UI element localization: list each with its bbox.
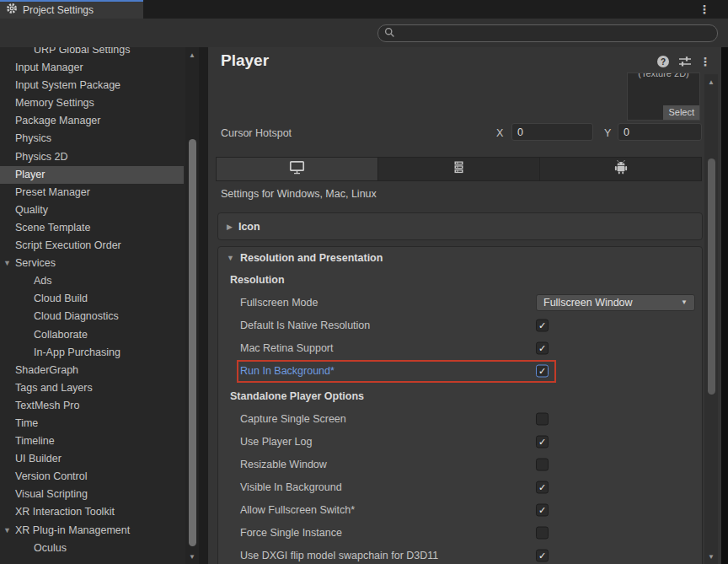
sidebar-item-label: Cloud Build xyxy=(34,293,88,304)
use-player-log-checkbox[interactable]: ✓ xyxy=(536,435,549,448)
sidebar-item-label: Player xyxy=(15,169,45,180)
sidebar-item-time[interactable]: Time xyxy=(0,415,185,432)
force-single-instance-checkbox[interactable] xyxy=(536,526,549,539)
use-dxgi-flip-model-swapchain-checkbox[interactable]: ✓ xyxy=(536,549,549,561)
sidebar-item-physics-2d[interactable]: Physics 2D xyxy=(0,148,185,166)
tab-android[interactable] xyxy=(540,158,701,180)
sidebar-item-ads[interactable]: Ads xyxy=(0,272,185,290)
sidebar-scrollbar-thumb[interactable] xyxy=(189,139,196,546)
panel-menu-kebab-icon[interactable]: ⋮ xyxy=(698,55,713,68)
sidebar-item-textmesh-pro[interactable]: TextMesh Pro xyxy=(0,397,185,415)
sidebar-item-preset-manager[interactable]: Preset Manager xyxy=(0,184,185,201)
kebab-glyph: ⋮ xyxy=(699,55,711,68)
search-input[interactable] xyxy=(399,28,703,40)
sidebar-item-label: Script Execution Order xyxy=(15,239,121,251)
scroll-down-icon[interactable]: ▼ xyxy=(704,551,718,562)
sidebar-item-input-manager[interactable]: Input Manager xyxy=(0,59,185,77)
sidebar-item-timeline[interactable]: Timeline xyxy=(0,432,185,450)
sidebar-item-label: Services xyxy=(15,257,56,269)
sidebar-item-script-execution-order[interactable]: Script Execution Order xyxy=(0,237,185,255)
foldout-open-icon[interactable]: ▼ xyxy=(227,254,234,262)
sidebar-item-label: Package Manager xyxy=(15,115,100,126)
sidebar-item-player[interactable]: Player xyxy=(0,166,184,184)
setting-label: Use Player Log xyxy=(240,436,312,448)
sidebar-item-collaborate[interactable]: Collaborate xyxy=(0,326,185,344)
chevron-down-icon: ▼ xyxy=(681,298,688,306)
mac-retina-support-checkbox[interactable]: ✓ xyxy=(536,341,549,354)
sidebar-item-label: Tags and Layers xyxy=(15,382,93,394)
content-scrollbar-thumb[interactable] xyxy=(708,158,715,395)
foldout-closed-icon[interactable]: ▶ xyxy=(227,223,233,231)
allow-fullscreen-switch-checkbox[interactable]: ✓ xyxy=(536,503,549,516)
sidebar-scrollbar[interactable]: ▲ ▼ xyxy=(185,47,199,564)
scroll-up-icon[interactable]: ▲ xyxy=(185,49,199,61)
sidebar-item-label: Timeline xyxy=(15,435,55,447)
scroll-down-icon[interactable]: ▼ xyxy=(185,551,199,562)
sidebar-item-tags-and-layers[interactable]: Tags and Layers xyxy=(0,379,185,397)
visible-in-background-checkbox[interactable]: ✓ xyxy=(536,481,549,493)
sidebar-item-quality[interactable]: Quality xyxy=(0,201,185,219)
y-axis-label: Y xyxy=(604,125,611,142)
cursor-hotspot-label: Cursor Hotspot xyxy=(221,125,292,142)
hotspot-x-input[interactable] xyxy=(511,123,593,141)
foldout-open-icon[interactable]: ▼ xyxy=(3,522,11,540)
sidebar-item-label: Time xyxy=(15,417,38,429)
help-icon[interactable]: ? xyxy=(656,55,671,68)
sidebar-item-package-manager[interactable]: Package Manager xyxy=(0,112,185,130)
select-texture-button[interactable]: Select xyxy=(663,105,699,120)
setting-label: Force Single Instance xyxy=(240,527,342,539)
sidebar-item-memory-settings[interactable]: Memory Settings xyxy=(0,94,185,112)
sidebar-item-label: UI Builder xyxy=(15,453,62,465)
gear-icon xyxy=(6,3,18,18)
sidebar-item-version-control[interactable]: Version Control xyxy=(0,468,185,486)
capture-single-screen-checkbox[interactable] xyxy=(536,412,549,425)
use-dxgi-flip-model-swapchain-row: Use DXGI flip model swapchain for D3D11 … xyxy=(218,544,702,564)
tab-dedicated-server[interactable] xyxy=(378,158,540,180)
page-title: Player xyxy=(221,51,269,70)
settings-for-label: Settings for Windows, Mac, Linux xyxy=(221,184,377,204)
cursor-texture-preview[interactable]: (Texture 2D) Select xyxy=(627,73,700,121)
check-icon: ✓ xyxy=(538,504,546,515)
icon-section-title: Icon xyxy=(238,221,260,233)
default-is-native-resolution-checkbox[interactable]: ✓ xyxy=(536,319,549,331)
scroll-up-icon[interactable]: ▲ xyxy=(704,76,718,88)
sidebar-item-oculus[interactable]: Oculus xyxy=(0,540,185,557)
fullscreen-mode-row: Fullscreen Mode Fullscreen Window ▼ xyxy=(218,291,702,314)
sidebar-item-urp-global-settings[interactable]: URP Global Settings xyxy=(0,47,185,59)
sidebar-item-label: ShaderGraph xyxy=(15,364,78,376)
sidebar-item-visual-scripting[interactable]: Visual Scripting xyxy=(0,486,185,503)
sidebar-item-services[interactable]: ▼Services xyxy=(0,255,185,272)
search-box[interactable] xyxy=(377,24,718,42)
icon-section[interactable]: ▶ Icon xyxy=(217,212,703,240)
sidebar-item-physics[interactable]: Physics xyxy=(0,130,185,148)
sidebar-item-ui-builder[interactable]: UI Builder xyxy=(0,450,185,468)
sidebar-item-xr-plug-in-management[interactable]: ▼XR Plug-in Management xyxy=(0,522,185,540)
fullscreen-mode-dropdown[interactable]: Fullscreen Window ▼ xyxy=(536,294,695,311)
window-menu-kebab-icon[interactable]: ⋮ xyxy=(696,2,713,17)
sidebar-item-scene-template[interactable]: Scene Template xyxy=(0,219,185,237)
content-scrollbar[interactable]: ▲ ▼ xyxy=(704,74,718,564)
tab-windows-mac-linux[interactable] xyxy=(217,158,378,180)
hotspot-y-input[interactable] xyxy=(618,123,702,141)
setting-label: Visible In Background xyxy=(240,481,342,493)
sidebar-item-label: Ads xyxy=(34,275,52,287)
sidebar-item-input-system-package[interactable]: Input System Package xyxy=(0,77,185,94)
platform-tab-bar xyxy=(216,157,702,181)
sidebar-item-shadergraph[interactable]: ShaderGraph xyxy=(0,362,185,379)
sidebar-item-xr-interaction-toolkit[interactable]: XR Interaction Toolkit xyxy=(0,503,185,521)
sidebar-item-label: In-App Purchasing xyxy=(34,346,120,358)
project-settings-window: Project Settings ⋮ URP Global Settings I… xyxy=(0,0,728,564)
tab-project-settings[interactable]: Project Settings xyxy=(0,0,143,19)
foldout-open-icon[interactable]: ▼ xyxy=(3,255,11,272)
sidebar-item-label: Input Manager xyxy=(15,62,83,73)
resizable-window-checkbox[interactable] xyxy=(536,458,549,470)
sidebar-item-cloud-build[interactable]: Cloud Build xyxy=(0,290,185,308)
settings-category-list: URP Global Settings Input Manager Input … xyxy=(0,47,185,564)
toolbar xyxy=(0,19,728,47)
sidebar-item-in-app-purchasing[interactable]: In-App Purchasing xyxy=(0,344,185,362)
sidebar-item-label: Oculus xyxy=(34,542,67,554)
sidebar-item-cloud-diagnostics[interactable]: Cloud Diagnostics xyxy=(0,308,185,325)
sidebar-item-label: Version Control xyxy=(15,470,87,482)
preset-sliders-icon[interactable] xyxy=(677,55,693,68)
sidebar-item-label: XR Plug-in Management xyxy=(15,524,130,536)
